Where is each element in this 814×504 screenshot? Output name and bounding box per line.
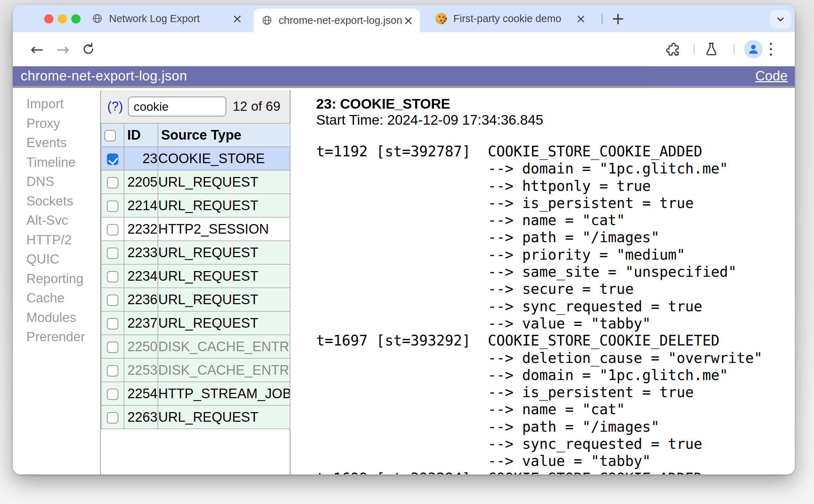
- new-tab-button[interactable]: +: [609, 5, 627, 32]
- sidebar-item[interactable]: Events: [13, 133, 100, 153]
- table-row[interactable]: 2250 DISK_CACHE_ENTRY: [101, 335, 290, 358]
- row-id: 2253: [124, 358, 158, 382]
- browser-toolbar: ← → netlog-viewer.appspot.com/#events: [13, 32, 795, 66]
- row-checkbox[interactable]: [107, 389, 118, 400]
- log-line: --> sync_requested = true: [316, 435, 795, 452]
- table-row[interactable]: 23 COOKIE_STORE: [101, 147, 290, 170]
- filter-input[interactable]: [128, 97, 226, 116]
- events-table: ID Source Type 23 COOKIE_STORE: [101, 123, 290, 429]
- sidebar-item[interactable]: Prerender: [13, 327, 100, 347]
- log-line: --> is_persistent = true: [316, 194, 795, 212]
- sidebar-nav: Import Proxy Events Timeline DNS Sockets…: [13, 90, 100, 474]
- log-line: t=1192 [st=392787] COOKIE_STORE_COOKIE_A…: [316, 143, 795, 160]
- row-source-type: URL_REQUEST: [158, 405, 290, 429]
- filter-help-link[interactable]: (?): [107, 99, 123, 114]
- row-checkbox[interactable]: [107, 201, 118, 212]
- column-header-id[interactable]: ID: [124, 123, 158, 147]
- row-checkbox[interactable]: [107, 224, 118, 235]
- row-checkbox[interactable]: [107, 318, 118, 329]
- window-zoom-button[interactable]: [71, 14, 81, 24]
- row-source-type: DISK_CACHE_ENTRY: [158, 358, 290, 382]
- netlog-header-bar: chrome-net-export-log.json Code: [13, 66, 795, 88]
- tab-close-icon[interactable]: ×: [231, 12, 244, 25]
- netlog-content: Import Proxy Events Timeline DNS Sockets…: [13, 90, 795, 474]
- code-link[interactable]: Code: [755, 68, 788, 84]
- select-all-checkbox[interactable]: [104, 130, 116, 141]
- log-line: --> value = "tabby": [316, 452, 795, 469]
- table-row[interactable]: 2253 DISK_CACHE_ENTRY: [101, 358, 290, 382]
- log-line: --> secure = true: [316, 280, 795, 297]
- row-id: 2237: [124, 311, 158, 335]
- sidebar-item[interactable]: Alt-Svc: [13, 211, 100, 230]
- sidebar-item[interactable]: Modules: [13, 308, 100, 328]
- log-line: --> same_site = "unspecified": [316, 263, 795, 280]
- experiments-button[interactable]: [704, 32, 719, 66]
- globe-icon: [262, 15, 272, 26]
- reload-button[interactable]: [78, 32, 98, 66]
- table-row[interactable]: 2236 URL_REQUEST: [101, 288, 290, 311]
- browser-menu-button[interactable]: [770, 32, 772, 66]
- sidebar-item[interactable]: Sockets: [13, 192, 100, 211]
- tab-close-icon[interactable]: ×: [575, 12, 588, 25]
- log-line: --> path = "/images": [316, 229, 795, 246]
- tab-network-log-export[interactable]: Network Log Export ×: [86, 5, 249, 32]
- reload-icon: [81, 42, 96, 56]
- row-checkbox[interactable]: [107, 295, 118, 306]
- row-checkbox[interactable]: [107, 271, 118, 282]
- tab-search-button[interactable]: [770, 10, 791, 28]
- log-line: t=1699 [st=393294] COOKIE_STORE_COOKIE_A…: [316, 470, 795, 474]
- sidebar-item[interactable]: Timeline: [13, 153, 100, 172]
- profile-avatar[interactable]: [744, 40, 763, 58]
- extensions-button[interactable]: [666, 32, 681, 66]
- row-source-type: COOKIE_STORE: [158, 147, 290, 170]
- row-checkbox[interactable]: [107, 248, 118, 259]
- back-button[interactable]: ←: [27, 32, 47, 66]
- row-checkbox[interactable]: [107, 342, 118, 353]
- log-line: --> name = "cat": [316, 401, 795, 418]
- row-source-type: HTTP2_SESSION: [158, 217, 290, 241]
- row-source-type: HTTP_STREAM_JOB: [158, 382, 290, 405]
- event-log: t=1192 [st=392787] COOKIE_STORE_COOKIE_A…: [316, 143, 795, 474]
- table-row[interactable]: 2214 URL_REQUEST: [101, 194, 290, 217]
- row-id: 2205: [124, 170, 158, 194]
- sidebar-item[interactable]: Reporting: [13, 269, 100, 289]
- table-row[interactable]: 2237 URL_REQUEST: [101, 311, 290, 335]
- detail-start-time: Start Time: 2024-12-09 17:34:36.845: [316, 112, 795, 128]
- sidebar-item[interactable]: Proxy: [13, 114, 100, 134]
- log-line: --> name = "cat": [316, 212, 795, 229]
- window-minimize-button[interactable]: [58, 14, 67, 24]
- column-header-source-type[interactable]: Source Type: [158, 123, 290, 147]
- tab-title: First-party cookie demo: [453, 13, 561, 25]
- table-row[interactable]: 2205 URL_REQUEST: [101, 170, 290, 194]
- tab-strip: Network Log Export × chrome-net-export-l…: [13, 5, 795, 32]
- row-checkbox[interactable]: [107, 154, 118, 165]
- table-row[interactable]: 2232 HTTP2_SESSION: [101, 217, 290, 241]
- sidebar-item[interactable]: Import: [13, 94, 100, 114]
- three-dots-icon: [770, 42, 772, 56]
- log-line: --> deletion_cause = "overwrite": [316, 349, 795, 367]
- row-id: 2234: [124, 264, 158, 288]
- table-row[interactable]: 2234 URL_REQUEST: [101, 264, 290, 288]
- tab-first-party-cookie-demo[interactable]: First-party cookie demo ×: [430, 5, 591, 32]
- sidebar-item[interactable]: QUIC: [13, 250, 100, 269]
- tab-title: chrome-net-export-log.json -: [279, 15, 402, 26]
- tab-netlog-viewer-active[interactable]: chrome-net-export-log.json - ×: [254, 9, 420, 32]
- window-close-button[interactable]: [44, 14, 53, 24]
- sidebar-item[interactable]: HTTP/2: [13, 230, 100, 250]
- table-row[interactable]: 2254 HTTP_STREAM_JOB: [101, 382, 290, 405]
- forward-button[interactable]: →: [53, 32, 73, 66]
- toolbar-separator: [733, 44, 735, 54]
- row-id: 2232: [124, 217, 158, 241]
- sidebar-item[interactable]: Cache: [13, 289, 100, 308]
- sidebar-item[interactable]: DNS: [13, 172, 100, 192]
- filter-bar: (?) 12 of 69: [101, 90, 290, 123]
- tab-close-icon[interactable]: ×: [402, 14, 415, 26]
- table-row[interactable]: 2263 URL_REQUEST: [101, 405, 290, 429]
- table-row[interactable]: 2233 URL_REQUEST: [101, 241, 290, 264]
- row-checkbox[interactable]: [107, 365, 118, 376]
- log-line: t=1697 [st=393292] COOKIE_STORE_COOKIE_D…: [316, 332, 795, 349]
- row-checkbox[interactable]: [107, 412, 118, 424]
- person-icon: [747, 43, 760, 56]
- row-checkbox[interactable]: [107, 177, 118, 188]
- row-source-type: URL_REQUEST: [158, 288, 290, 311]
